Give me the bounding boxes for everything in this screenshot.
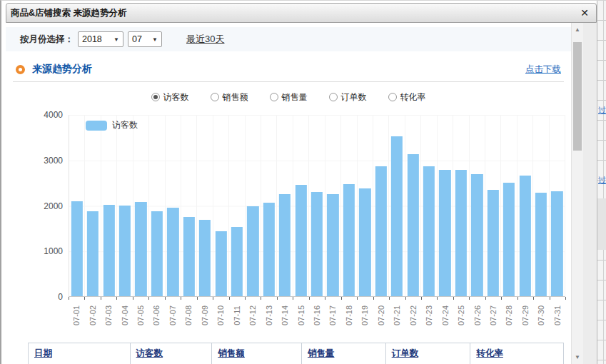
x-axis-tick: 07-10 [213, 297, 228, 334]
scroll-up-arrow-icon[interactable]: ▲ [572, 24, 583, 36]
chart-plot-area [69, 115, 565, 297]
x-axis-tick-label: 07-18 [345, 305, 353, 325]
x-axis-tick-label: 07-06 [152, 305, 161, 325]
x-axis-tick-label: 07-14 [281, 305, 289, 325]
close-icon[interactable]: ✕ [580, 8, 589, 18]
scroll-down-arrow-icon[interactable]: ▼ [572, 352, 583, 363]
chart-legend[interactable]: 访客数 [86, 119, 138, 131]
bar-07-22 [407, 154, 418, 296]
x-axis-tick-label: 07-03 [104, 305, 113, 325]
bar-slot [293, 115, 309, 296]
bar-07-18 [343, 184, 355, 296]
x-axis-tick-label: 07-29 [521, 305, 530, 325]
radio-button-icon[interactable] [211, 93, 219, 101]
x-axis-tick: 07-14 [277, 297, 293, 334]
month-filter-bar: 按月份选择： 2018 ▼ 07 ▼ 最近30天 [6, 27, 571, 51]
bar-slot [277, 115, 293, 296]
bar-slot [470, 115, 485, 296]
bar-07-20 [375, 166, 387, 296]
metric-radio-group: 访客数销售额销售量订单数转化率 [6, 89, 571, 105]
bar-07-03 [103, 205, 114, 296]
month-select[interactable]: 07 ▼ [128, 31, 162, 47]
table-header-link[interactable]: 销售额 [218, 348, 245, 360]
bar-slot [85, 115, 101, 296]
year-select[interactable]: 2018 ▼ [78, 31, 123, 47]
x-axis-tick: 07-20 [373, 297, 389, 334]
bar-slot [133, 115, 149, 296]
table-header-link[interactable]: 转化率 [476, 348, 503, 360]
metric-radio-销售额[interactable]: 销售额 [211, 91, 248, 103]
metric-radio-label: 访客数 [163, 91, 189, 103]
bar-slot [117, 115, 133, 296]
bar-07-01 [71, 201, 83, 296]
metric-radio-销售量[interactable]: 销售量 [270, 91, 308, 103]
metric-radio-订单数[interactable]: 订单数 [329, 91, 367, 103]
x-axis-tick-label: 07-21 [393, 305, 401, 325]
x-axis-tick-label: 07-01 [72, 305, 81, 325]
last-30-days-link[interactable]: 最近30天 [186, 33, 224, 46]
x-axis-tick: 07-03 [101, 297, 116, 334]
table-header-日期: 日期 [29, 343, 131, 364]
y-axis-tick-label: 2000 [44, 201, 63, 211]
chevron-down-icon: ▼ [113, 36, 119, 43]
y-axis-labels: 01000200030004000 [6, 115, 63, 297]
bar-07-07 [167, 208, 178, 296]
x-axis-tick-label: 07-19 [360, 305, 369, 325]
radio-button-icon[interactable] [270, 93, 278, 101]
bar-07-25 [455, 170, 467, 296]
bar-slot [341, 115, 357, 296]
x-axis-tick: 07-07 [165, 297, 181, 334]
bar-07-24 [439, 170, 450, 296]
bar-07-08 [183, 217, 195, 296]
x-axis-tick: 07-25 [453, 297, 469, 334]
dialog-titlebar: 商品&店铺搜索 来源趋势分析 ✕ [6, 3, 597, 23]
x-axis-tick: 07-16 [309, 297, 325, 334]
bar-slot [69, 115, 85, 296]
table-header-转化率: 转化率 [470, 343, 563, 364]
table-header-link[interactable]: 日期 [34, 348, 52, 360]
metric-radio-访客数[interactable]: 访客数 [151, 91, 189, 103]
download-link[interactable]: 点击下载 [525, 64, 561, 76]
year-select-value: 2018 [82, 34, 102, 44]
x-axis-tick-label: 07-24 [441, 305, 450, 325]
x-axis-tick: 07-02 [84, 297, 100, 334]
radio-button-icon[interactable] [151, 93, 160, 101]
x-axis-tick-label: 07-04 [121, 305, 129, 325]
metric-radio-转化率[interactable]: 转化率 [388, 91, 426, 103]
scrollbar-thumb[interactable] [573, 42, 582, 151]
x-axis-tick-label: 07-25 [457, 305, 465, 325]
x-axis-tick: 07-11 [229, 297, 245, 334]
radio-button-icon[interactable] [388, 93, 397, 101]
bar-07-16 [311, 192, 323, 296]
bar-07-11 [231, 227, 243, 296]
bar-07-17 [327, 194, 338, 296]
x-axis-tick: 07-01 [69, 297, 84, 334]
table-header-link[interactable]: 访客数 [136, 348, 163, 360]
table-header-link[interactable]: 销售量 [308, 348, 335, 360]
table-header-销售额: 销售额 [212, 343, 302, 364]
x-axis-tick: 07-18 [341, 297, 357, 334]
x-axis-tick: 07-26 [469, 297, 485, 334]
table-header-link[interactable]: 订单数 [392, 348, 419, 360]
bar-07-23 [423, 166, 435, 296]
x-axis-tick-label: 07-31 [553, 305, 562, 325]
x-axis-tick-label: 07-20 [377, 305, 385, 325]
month-filter-label: 按月份选择： [20, 34, 74, 46]
metric-radio-label: 转化率 [400, 91, 426, 103]
bar-slot [149, 115, 165, 296]
bar-slot [261, 115, 277, 296]
x-axis-tick: 07-23 [421, 297, 437, 334]
bar-slot [325, 115, 341, 296]
x-axis-tick-label: 07-23 [425, 305, 433, 325]
x-axis-tick-label: 07-08 [184, 305, 193, 325]
table-header-row: 日期访客数销售额销售量订单数转化率 [29, 343, 563, 364]
x-axis-tick: 07-22 [405, 297, 421, 334]
x-axis-tick: 07-31 [550, 297, 565, 334]
y-axis-tick-label: 4000 [44, 110, 63, 120]
radio-button-icon[interactable] [329, 93, 338, 101]
bar-07-29 [519, 176, 530, 296]
x-axis-tick-label: 07-10 [216, 305, 225, 325]
vertical-scrollbar[interactable]: ▲ ▼ [571, 23, 583, 364]
bar-07-26 [471, 174, 483, 296]
x-axis-tick: 07-17 [325, 297, 340, 334]
